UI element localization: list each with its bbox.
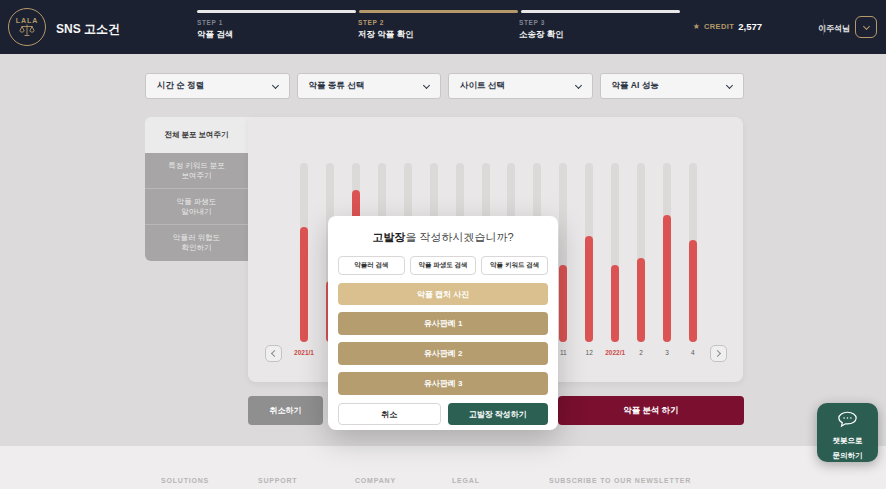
x-tick-label: 2021/1 <box>291 349 317 356</box>
step-2-bar <box>359 10 518 13</box>
search-commenter-button[interactable]: 악플러 검색 <box>338 256 405 275</box>
ai-performance-dropdown[interactable]: 악플 AI 성능 <box>600 73 745 99</box>
logo-text: LALA <box>16 17 39 24</box>
brand-logo[interactable]: LALA <box>8 8 46 46</box>
capture-photo-button[interactable]: 악플 캡처 사진 <box>338 283 548 305</box>
x-tick-label: 3 <box>654 349 680 356</box>
bar-2021/1 <box>300 227 308 342</box>
write-complaint-button[interactable]: 고발장 작성하기 <box>448 403 549 425</box>
chevron-down-icon <box>423 81 430 88</box>
chart-prev-button[interactable] <box>265 345 282 362</box>
filter-bar: 시간 순 정렬 악플 종류 선택 사이트 선택 악플 AI 성능 <box>145 73 744 99</box>
footer-col-company: COMPANY <box>355 477 396 484</box>
chevron-down-icon <box>862 22 869 29</box>
step-3-bar <box>521 10 680 13</box>
chart-next-button[interactable] <box>710 345 727 362</box>
sort-order-dropdown[interactable]: 시간 순 정렬 <box>145 73 290 99</box>
page: LALA SNS 고소건 <box>0 0 886 489</box>
bar-12 <box>585 236 593 342</box>
step-progress: STEP 1 악플 검색 STEP 2 저장 악플 확인 STEP 3 소송장 … <box>197 10 680 41</box>
credit-value: 2,577 <box>738 21 762 32</box>
similar-case-3-button[interactable]: 유사판례 3 <box>338 372 548 395</box>
bar-4 <box>689 240 697 342</box>
step-progress-bar <box>197 10 680 13</box>
chevron-right-icon <box>714 350 721 357</box>
page-footer: SOLUTIONS SUPPORT COMPANY LEGAL SUBSCRIB… <box>0 446 886 489</box>
analysis-tabs: 전체 분포 보여주기 특정 키워드 분포 보여주기 악플 파생도 알아내기 악플… <box>145 117 248 261</box>
modal-chip-row: 악플러 검색 악플 파생도 검색 악플 키워드 검색 <box>338 256 548 275</box>
credit-display: ★ CREDIT 2,577 <box>693 21 762 32</box>
tab-comment-derivation[interactable]: 악플 파생도 알아내기 <box>145 189 248 225</box>
footer-col-newsletter: SUBSCRIBE TO OUR NEWSLETTER <box>549 477 691 484</box>
user-menu-button[interactable] <box>855 16 877 38</box>
modal-cancel-button[interactable]: 취소 <box>338 403 441 425</box>
similar-case-1-button[interactable]: 유사판례 1 <box>338 312 548 335</box>
x-tick-label: 4 <box>680 349 706 356</box>
cancel-button[interactable]: 취소하기 <box>248 396 323 425</box>
chat-bubble-icon <box>837 411 858 428</box>
footer-col-solutions: SOLUTIONS <box>161 477 209 484</box>
x-tick-label: 2 <box>628 349 654 356</box>
step-2: STEP 2 저장 악플 확인 <box>358 19 519 41</box>
search-derivation-button[interactable]: 악플 파생도 검색 <box>410 256 477 275</box>
chatbot-button[interactable]: 챗봇으로 문의하기 <box>817 403 878 462</box>
x-tick-label: 2022/1 <box>602 349 628 356</box>
footer-col-support: SUPPORT <box>258 477 297 484</box>
tab-keyword-distribution[interactable]: 특정 키워드 분포 보여주기 <box>145 153 248 189</box>
bar-11 <box>559 265 567 342</box>
x-tick-label: 12 <box>576 349 602 356</box>
scales-of-justice-icon <box>19 24 35 37</box>
user-name: 이주석님 <box>818 23 850 34</box>
bar-2022/1 <box>611 265 619 342</box>
step-1: STEP 1 악플 검색 <box>197 19 358 41</box>
step-3: STEP 3 소송장 확인 <box>519 19 680 41</box>
comment-type-dropdown[interactable]: 악플 종류 선택 <box>297 73 442 99</box>
similar-case-2-button[interactable]: 유사판례 2 <box>338 342 548 365</box>
chevron-down-icon <box>574 81 581 88</box>
chevron-down-icon <box>271 81 278 88</box>
chat-label: 챗봇으로 문의하기 <box>833 431 863 461</box>
credit-label: CREDIT <box>704 22 734 31</box>
page-title: SNS 고소건 <box>56 21 120 38</box>
chevron-down-icon <box>726 81 733 88</box>
analyze-comments-button[interactable]: 악플 분석 하기 <box>558 396 744 425</box>
step-1-bar <box>197 10 356 13</box>
bar-2 <box>637 258 645 342</box>
modal-actions: 취소 고발장 작성하기 <box>338 403 548 425</box>
app-header: LALA SNS 고소건 <box>0 0 886 54</box>
modal-title: 고발장을 작성하시겠습니까? <box>338 230 548 245</box>
tab-overall-distribution[interactable]: 전체 분포 보여주기 <box>145 117 248 153</box>
search-keyword-button[interactable]: 악플 키워드 검색 <box>481 256 548 275</box>
star-icon: ★ <box>693 23 700 31</box>
site-select-dropdown[interactable]: 사이트 선택 <box>448 73 593 99</box>
bar-3 <box>663 215 671 342</box>
chevron-left-icon <box>271 350 278 357</box>
complaint-confirm-modal: 고발장을 작성하시겠습니까? 악플러 검색 악플 파생도 검색 악플 키워드 검… <box>328 216 558 430</box>
tab-commenter-risk[interactable]: 악플러 위험도 확인하기 <box>145 225 248 261</box>
footer-col-legal: LEGAL <box>452 477 480 484</box>
